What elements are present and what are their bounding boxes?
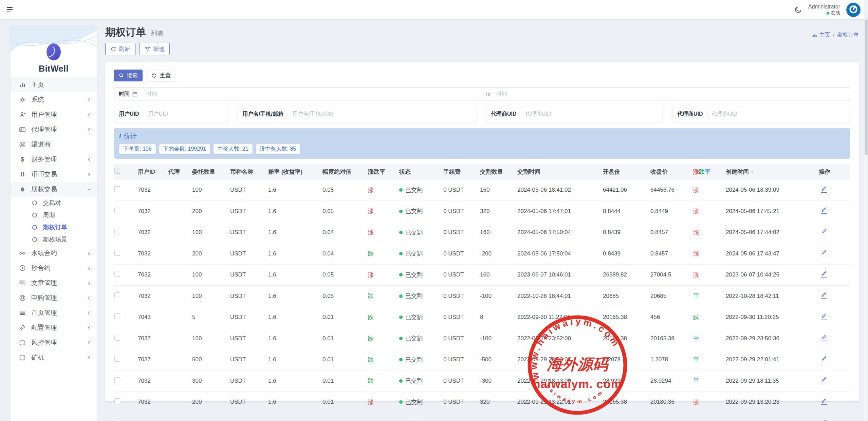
- gear-icon: [19, 96, 26, 103]
- cell-range: 0.04: [322, 243, 368, 265]
- sidebar-subitem-7-1[interactable]: 周期: [11, 209, 97, 221]
- row-checkbox[interactable]: [114, 186, 120, 192]
- account-input[interactable]: [288, 111, 476, 117]
- sidebar-subitem-7-2[interactable]: 期权订单: [11, 221, 97, 233]
- status-dot-icon: [399, 358, 403, 361]
- column-header-14[interactable]: 创建时间↑: [726, 164, 811, 179]
- sidebar-item-7[interactable]: ฿期权交易: [11, 182, 97, 197]
- edit-button[interactable]: [821, 419, 827, 421]
- dark-mode-icon[interactable]: [794, 6, 802, 14]
- chevron-left-icon: [87, 251, 91, 255]
- row-checkbox[interactable]: [114, 377, 120, 383]
- cell-created: 2022-09-29 18:11:35: [726, 370, 811, 392]
- sidebar-item-3[interactable]: 代理管理: [11, 122, 97, 137]
- cell-coin: USDT: [230, 201, 268, 222]
- cell-amount: 200: [192, 201, 230, 222]
- agent-uid-input-2[interactable]: [708, 111, 850, 117]
- cell-created: 2022-09-30 11:20:25: [726, 307, 811, 328]
- chevron-left-icon: [87, 266, 91, 270]
- cell-agent: [168, 264, 192, 286]
- cell-odds: 1.6: [268, 307, 322, 328]
- edit-button[interactable]: [821, 249, 827, 256]
- sidebar-item-14[interactable]: 风控管理: [11, 335, 97, 350]
- row-checkbox[interactable]: [114, 356, 120, 362]
- time-to-input[interactable]: [492, 88, 850, 100]
- edit-button[interactable]: [821, 313, 827, 320]
- cell-side: 跌: [368, 349, 399, 370]
- edit-button[interactable]: [821, 186, 827, 193]
- edit-button[interactable]: [821, 228, 827, 235]
- reset-button[interactable]: 重置: [147, 70, 176, 81]
- sidebar-item-label: 币币交易: [31, 170, 87, 179]
- row-checkbox[interactable]: [114, 229, 120, 234]
- user-block[interactable]: Administrator 在线: [808, 3, 840, 16]
- edit-button[interactable]: [821, 271, 827, 278]
- cell-agent: [168, 179, 192, 201]
- select-all-checkbox[interactable]: [114, 168, 120, 174]
- edit-button[interactable]: [821, 377, 827, 383]
- edit-button[interactable]: [821, 398, 827, 405]
- row-checkbox[interactable]: [114, 208, 120, 213]
- column-header-2: 委托数量: [192, 164, 230, 179]
- refresh-button[interactable]: 刷新: [105, 43, 135, 55]
- edit-button[interactable]: [821, 334, 827, 341]
- scrollbar-track: [864, 0, 868, 421]
- sidebar-item-8[interactable]: 永续合约: [11, 246, 97, 261]
- cell-result: 跌: [693, 307, 726, 328]
- column-header-12: 收盘价: [650, 164, 693, 179]
- row-checkbox[interactable]: [114, 398, 120, 404]
- menu-toggle-icon[interactable]: [7, 5, 16, 14]
- sidebar-item-1[interactable]: 系统: [11, 92, 97, 107]
- cell-agent: [168, 286, 192, 307]
- sidebar-item-0[interactable]: 主页: [11, 77, 97, 92]
- agent-uid-input-1[interactable]: [521, 111, 662, 117]
- cell-odds: 1.6: [268, 328, 322, 349]
- pencil-icon: [821, 186, 827, 192]
- sidebar-item-2[interactable]: 用户管理: [11, 107, 97, 122]
- sidebar-item-13[interactable]: 配置管理: [11, 320, 97, 335]
- sidebar-subitem-7-3[interactable]: 期权场景: [11, 233, 97, 246]
- breadcrumb-current[interactable]: 期权订单: [837, 32, 859, 39]
- uid-input[interactable]: [144, 111, 227, 117]
- scrollbar-thumb[interactable]: [865, 19, 868, 155]
- cell-agent: [168, 328, 192, 349]
- chevron-left-icon: [87, 325, 91, 330]
- row-checkbox[interactable]: [114, 271, 120, 277]
- cell-open-price: 20165.38: [603, 328, 650, 349]
- sidebar-item-6[interactable]: B币币交易: [11, 167, 97, 182]
- time-from-input[interactable]: [142, 88, 483, 100]
- avatar[interactable]: [846, 3, 861, 17]
- cell-actions: [811, 243, 850, 265]
- row-checkbox[interactable]: [114, 420, 120, 421]
- cell-status: 已交割: [399, 391, 443, 413]
- row-checkbox[interactable]: [114, 335, 120, 341]
- row-checkbox[interactable]: [114, 313, 120, 319]
- cell-settle-qty: -100: [480, 286, 517, 307]
- row-checkbox[interactable]: [114, 292, 120, 298]
- sidebar-item-10[interactable]: 文章管理: [11, 275, 97, 290]
- letter-b-icon: B: [19, 171, 26, 178]
- search-button[interactable]: 搜索: [114, 70, 143, 81]
- sidebar-item-12[interactable]: 首页管理: [11, 305, 97, 320]
- breadcrumb-home[interactable]: 主页: [812, 32, 830, 39]
- sidebar-item-4[interactable]: 渠道商: [11, 137, 97, 152]
- edit-button[interactable]: [821, 207, 827, 214]
- sidebar-item-11[interactable]: 申购管理: [11, 290, 97, 305]
- cell-coin: USDT: [230, 222, 268, 243]
- sidebar-item-15[interactable]: 矿机: [11, 350, 97, 365]
- sidebar-item-9[interactable]: 秒合约: [11, 261, 97, 275]
- cell-close-price: 28.9294: [650, 370, 693, 392]
- cell-actions: [811, 413, 850, 421]
- row-checkbox[interactable]: [114, 250, 120, 256]
- dollar-icon: $: [19, 156, 26, 163]
- filter-button[interactable]: 筛选: [140, 43, 170, 55]
- cell-status: 已交割: [399, 222, 443, 243]
- status-dot-icon: [399, 315, 403, 319]
- edit-button[interactable]: [821, 356, 827, 362]
- sidebar-subitem-7-0[interactable]: 交易对: [11, 197, 97, 209]
- sidebar-item-5[interactable]: $财务管理: [11, 152, 97, 167]
- cell-settle-time: 2022-09-29 13:22:01: [517, 391, 603, 413]
- sort-arrow-up-icon[interactable]: ↑: [751, 169, 754, 175]
- edit-button[interactable]: [821, 292, 827, 299]
- cell-settle-time: 2022-10-28 18:44:01: [517, 286, 603, 307]
